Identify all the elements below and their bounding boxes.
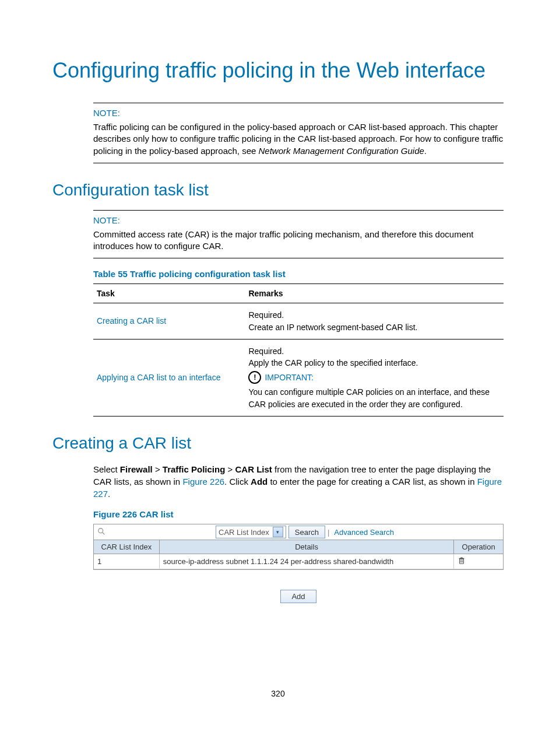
table-row: Creating a CAR list Required. Create an … (93, 303, 504, 340)
important-callout: ! IMPORTANT: (248, 371, 500, 384)
select-value: CAR List Index (219, 528, 269, 537)
remark-line: Apply the CAR policy to the specified in… (248, 357, 500, 369)
remark-line: Create an IP network segment-based CAR l… (248, 321, 500, 333)
svg-rect-6 (459, 558, 464, 559)
remark-line: Required. (248, 309, 500, 321)
note1-text-post: . (424, 146, 427, 156)
th-remarks: Remarks (245, 284, 504, 303)
svg-rect-7 (461, 557, 463, 558)
note-box-1: NOTE: Traffic policing can be configured… (93, 103, 504, 163)
task-link-creating-car-list[interactable]: Creating a CAR list (97, 316, 166, 326)
table-row: 1 source-ip-address subnet 1.1.1.24 24 p… (94, 554, 503, 569)
breadcrumb-firewall: Firewall (120, 464, 153, 474)
task-list-table: Task Remarks Creating a CAR list Require… (93, 284, 504, 416)
search-field-select[interactable]: CAR List Index ▾ (216, 526, 286, 538)
page-number: 320 (52, 689, 504, 698)
th-car-list-index: CAR List Index (94, 540, 159, 554)
note-label: NOTE: (93, 108, 504, 118)
note1-text-em: Network Management Configuration Guide (259, 146, 424, 156)
search-button[interactable]: Search (288, 526, 325, 538)
note-text: Committed access rate (CAR) is the major… (93, 229, 504, 253)
th-task: Task (93, 284, 245, 303)
breadcrumb-traffic-policing: Traffic Policing (163, 464, 226, 474)
table-row: Applying a CAR list to an interface Requ… (93, 339, 504, 416)
chevron-down-icon[interactable]: ▾ (273, 527, 283, 537)
text: to enter the page for creating a CAR lis… (268, 477, 477, 487)
text: . Click (224, 477, 251, 487)
note-text: Traffic policing can be configured in th… (93, 121, 504, 157)
instruction-paragraph: Select Firewall > Traffic Policing > CAR… (93, 463, 504, 500)
remark-line: Required. (248, 345, 500, 357)
add-button[interactable]: Add (280, 590, 316, 603)
th-details: Details (159, 540, 453, 554)
cell-index: 1 (94, 554, 159, 569)
figure-ref-226[interactable]: Figure 226 (182, 477, 224, 487)
figure-226-ui: CAR List Index ▾ Search | Advanced Searc… (93, 524, 504, 570)
figure-caption: Figure 226 CAR list (93, 509, 504, 519)
text: > (153, 464, 163, 474)
cell-details: source-ip-address subnet 1.1.1.24 24 per… (159, 554, 453, 569)
page-title: Configuring traffic policing in the Web … (52, 58, 504, 83)
section-heading-creating-car-list: Creating a CAR list (52, 434, 504, 453)
task-link-applying-car-list[interactable]: Applying a CAR list to an interface (97, 373, 220, 382)
svg-line-1 (103, 532, 105, 534)
car-list-table: CAR List Index Details Operation 1 sourc… (94, 540, 503, 569)
remark-line: You can configure multiple CAR policies … (248, 386, 500, 410)
trash-icon[interactable] (458, 556, 466, 566)
text: > (225, 464, 235, 474)
section-heading-config-task-list: Configuration task list (52, 181, 504, 200)
breadcrumb-car-list: CAR List (235, 464, 272, 474)
th-operation: Operation (454, 540, 503, 554)
add-label-bold: Add (251, 477, 268, 487)
note-box-2: NOTE: Committed access rate (CAR) is the… (93, 210, 504, 259)
text: Select (93, 464, 120, 474)
advanced-search-link[interactable]: Advanced Search (334, 528, 394, 537)
svg-point-0 (98, 528, 103, 533)
search-toolbar: CAR List Index ▾ Search | Advanced Searc… (94, 524, 503, 540)
important-label: IMPORTANT: (265, 372, 314, 383)
note-label: NOTE: (93, 215, 504, 225)
important-icon: ! (248, 371, 261, 384)
text: . (108, 489, 110, 499)
table-caption: Table 55 Traffic policing configuration … (93, 269, 504, 279)
separator: | (328, 528, 329, 537)
search-icon (96, 527, 107, 537)
